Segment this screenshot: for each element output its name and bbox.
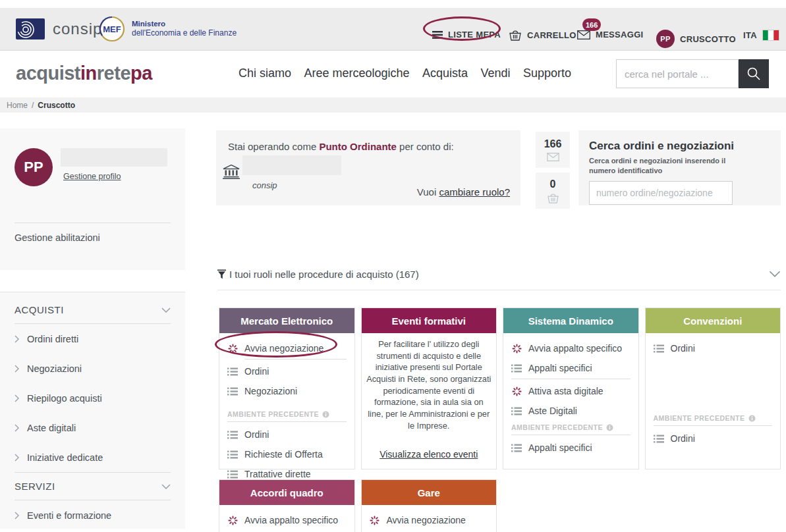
- cart-icon: [547, 193, 559, 203]
- link-ordini-prev[interactable]: Ordini: [654, 429, 773, 448]
- ambiente-precedente-label: AMBIENTE PRECEDENTE: [511, 423, 631, 431]
- role-banner-text: Stai operando come Punto Ordinante per c…: [228, 141, 510, 152]
- link-negoziazioni[interactable]: Negoziazioni: [227, 381, 347, 401]
- gestione-profilo-link[interactable]: Gestione profilo: [63, 172, 121, 181]
- breadcrumb-separator: /: [32, 101, 34, 110]
- card-item-label: Ordini: [244, 429, 269, 440]
- chevron-right-icon: [14, 394, 19, 402]
- roles-accordion[interactable]: I tuoi ruoli nelle procedure di acquisto…: [217, 266, 781, 282]
- page: consip MEF Ministero dell'Economia e del…: [0, 0, 786, 532]
- procedure-cards: Mercato Elettronico Avvia negoziazione O…: [219, 307, 781, 532]
- card-title: Gare: [362, 480, 497, 505]
- nav-chi-siamo[interactable]: Chi siamo: [239, 66, 291, 80]
- messaggi-button[interactable]: MESSAGGI: [577, 30, 643, 40]
- main-nav: Chi siamo Aree merceologiche Acquista Ve…: [239, 66, 571, 80]
- section-title: ACQUISTI: [14, 304, 64, 315]
- site-logo[interactable]: acquistinretepa: [16, 63, 152, 84]
- card-item-label: Ordini: [244, 366, 269, 377]
- logo-part: in: [80, 63, 97, 84]
- sidebar-item-eventi-formazione[interactable]: Eventi e formazione: [14, 500, 171, 530]
- info-icon: [748, 415, 756, 422]
- messages-count-box[interactable]: 166: [536, 132, 570, 168]
- role-name: Punto Ordinante: [319, 141, 397, 152]
- consip-logo-text: consip: [53, 20, 102, 38]
- portal-search-button[interactable]: [739, 59, 769, 88]
- sidebar-item-label: Ordini diretti: [27, 334, 78, 344]
- sidebar-item-iniziative-dedicate[interactable]: Iniziative dedicate: [14, 442, 171, 472]
- link-visualizza-eventi[interactable]: Visualizza elenco eventi: [362, 449, 497, 460]
- italian-flag-icon: [762, 30, 779, 41]
- search-icon: [746, 66, 761, 81]
- nav-supporto[interactable]: Supporto: [523, 66, 571, 80]
- link-attiva-asta-digitale[interactable]: Attiva asta digitale: [511, 381, 631, 401]
- sidebar-item-riepilogo-acquisti[interactable]: Riepilogo acquisti: [14, 383, 171, 413]
- chevron-down-icon[interactable]: [769, 271, 781, 277]
- list-icon: [227, 387, 238, 396]
- link-aste-digitali[interactable]: Aste Digitali: [511, 401, 631, 421]
- chevron-down-icon: [161, 307, 171, 313]
- order-search-input[interactable]: [589, 181, 733, 205]
- link-avvia-appalto-specifico[interactable]: Avvia appalto specifico: [511, 338, 631, 358]
- breadcrumb-home[interactable]: Home: [7, 101, 28, 110]
- burst-icon: [511, 386, 522, 396]
- list-icon: [227, 431, 238, 439]
- cruscotto-button[interactable]: PP CRUSCOTTO: [656, 30, 736, 48]
- nav-acquista[interactable]: Acquista: [422, 66, 468, 80]
- chevron-right-icon: [14, 512, 19, 519]
- nav-vendi[interactable]: Vendi: [480, 66, 510, 80]
- profile-avatar: PP: [14, 148, 53, 186]
- link-avvia-negoziazione[interactable]: Avvia negoziazione: [227, 338, 347, 358]
- card-item-label: Appalti specifici: [528, 363, 592, 373]
- list-icon: [511, 444, 522, 452]
- info-icon: [606, 424, 613, 431]
- consip-logo-icon: [16, 18, 45, 40]
- logo-part: pa: [130, 63, 152, 84]
- link-ordini-prev[interactable]: Ordini: [227, 425, 347, 444]
- card-item-label: Negoziazioni: [244, 386, 297, 396]
- card-item-label: Avvia appalto specifico: [244, 515, 338, 525]
- list-icon: [654, 435, 664, 443]
- carrello-button[interactable]: CARRELLO: [509, 30, 576, 41]
- link-appalti-specifici[interactable]: Appalti specifici: [511, 358, 631, 378]
- chevron-down-icon: [161, 484, 171, 489]
- gestione-abilitazioni-link[interactable]: Gestione abilitazioni: [14, 232, 100, 243]
- change-role-link[interactable]: cambiare ruolo?: [439, 186, 510, 198]
- sidebar-item-ordini-diretti[interactable]: Ordini diretti: [14, 324, 171, 354]
- sidebar-item-negoziazioni[interactable]: Negoziazioni: [14, 354, 171, 383]
- list-icon: [654, 344, 664, 353]
- order-search-subtitle: Cerca ordini e negoziazioni inserendo il…: [589, 156, 741, 176]
- portal-search: [616, 59, 769, 88]
- change-role: Vuoi cambiare ruolo?: [417, 186, 510, 198]
- nav-aree-merceologiche[interactable]: Aree merceologiche: [304, 66, 409, 80]
- cart-count-box[interactable]: 0: [536, 173, 570, 209]
- card-item-label: Trattative dirette: [244, 469, 311, 479]
- site-header: acquistinretepa Chi siamo Aree merceolog…: [0, 51, 786, 97]
- burst-icon: [227, 516, 238, 525]
- order-search-title: Cerca ordini e negoziazioni: [589, 140, 770, 153]
- link-richieste-offerta[interactable]: Richieste di Offerta: [227, 444, 347, 464]
- card-title: Accordi quadro: [219, 480, 354, 505]
- logo-part: rete: [97, 63, 130, 84]
- liste-mepa-button[interactable]: LISTE MEPA: [432, 30, 501, 40]
- role-banner: Stai operando come Punto Ordinante per c…: [216, 130, 520, 205]
- card-item-label: Aste Digitali: [528, 406, 577, 416]
- list-icon: [227, 450, 238, 459]
- sidebar-item-aste-digitali[interactable]: Aste digitali: [14, 413, 171, 442]
- link-ordini[interactable]: Ordini: [227, 361, 347, 381]
- divider: [217, 290, 781, 290]
- language-switcher[interactable]: ITA: [743, 30, 779, 41]
- divider: [14, 223, 171, 223]
- consip-logo[interactable]: consip: [16, 18, 102, 40]
- link-appalti-specifici-prev[interactable]: Appalti specifici: [511, 438, 631, 458]
- link-avvia-appalto-specifico[interactable]: Avvia appalto specifico: [227, 510, 347, 530]
- portal-search-input[interactable]: [616, 59, 739, 88]
- card-eventi-formativi: Eventi formativi Per facilitare l' utili…: [361, 307, 497, 469]
- mef-logo[interactable]: MEF Ministero dell'Economia e delle Fina…: [99, 16, 237, 42]
- link-avvia-negoziazione[interactable]: Avvia negoziazione: [370, 510, 489, 530]
- sidebar-section-servizi[interactable]: SERVIZI: [14, 473, 171, 500]
- chevron-right-icon: [14, 335, 19, 343]
- messaggi-label: MESSAGGI: [596, 30, 643, 40]
- sidebar-section-acquisti[interactable]: ACQUISTI: [14, 302, 171, 323]
- eventi-description: Per facilitare l' utilizzo degli strumen…: [362, 333, 497, 431]
- link-ordini[interactable]: Ordini: [654, 338, 773, 358]
